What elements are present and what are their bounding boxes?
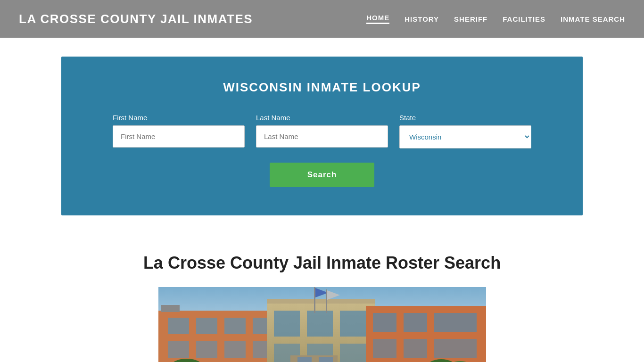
svg-rect-32 xyxy=(326,289,327,313)
search-button[interactable]: Search xyxy=(270,163,375,187)
main-nav: HOME HISTORY SHERIFF FACILITIES INMATE S… xyxy=(366,14,625,24)
nav-facilities[interactable]: FACILITIES xyxy=(503,15,545,23)
svg-rect-29 xyxy=(434,339,477,358)
nav-sheriff[interactable]: SHERIFF xyxy=(454,15,487,23)
building-image xyxy=(158,287,486,362)
state-label: State xyxy=(399,114,531,122)
site-title: LA CROSSE COUNTY JAIL INMATES xyxy=(19,12,253,26)
svg-rect-25 xyxy=(404,313,427,332)
svg-rect-6 xyxy=(196,318,217,334)
svg-rect-9 xyxy=(168,341,189,358)
svg-rect-41 xyxy=(319,357,333,362)
state-group: State WisconsinAlabamaAlaskaArizonaArkan… xyxy=(399,114,531,148)
first-name-group: First Name xyxy=(113,114,245,148)
building-svg xyxy=(158,287,486,362)
roster-title: La Crosse County Jail Inmate Roster Sear… xyxy=(61,253,583,273)
first-name-input[interactable] xyxy=(113,125,245,148)
svg-rect-30 xyxy=(314,287,315,313)
svg-rect-18 xyxy=(340,311,366,337)
nav-home[interactable]: HOME xyxy=(366,14,389,24)
svg-rect-17 xyxy=(307,311,333,337)
svg-rect-7 xyxy=(224,318,246,334)
nav-history[interactable]: HISTORY xyxy=(405,15,439,23)
svg-rect-27 xyxy=(373,339,396,358)
svg-rect-5 xyxy=(168,318,189,334)
svg-rect-21 xyxy=(340,344,366,362)
search-button-row: Search xyxy=(90,163,554,187)
site-header: LA CROSSE COUNTY JAIL INMATES HOME HISTO… xyxy=(0,0,644,38)
svg-rect-11 xyxy=(224,341,246,358)
svg-rect-14 xyxy=(161,305,180,312)
last-name-group: Last Name xyxy=(256,114,388,148)
svg-rect-40 xyxy=(297,357,312,362)
svg-rect-22 xyxy=(267,299,375,304)
svg-rect-28 xyxy=(404,339,427,358)
last-name-input[interactable] xyxy=(256,125,388,148)
svg-rect-10 xyxy=(196,341,217,358)
inmate-lookup-section: WISCONSIN INMATE LOOKUP First Name Last … xyxy=(61,57,583,215)
lookup-title: WISCONSIN INMATE LOOKUP xyxy=(90,80,554,95)
svg-rect-26 xyxy=(434,313,477,332)
svg-rect-24 xyxy=(373,313,396,332)
main-content: La Crosse County Jail Inmate Roster Sear… xyxy=(0,234,644,362)
svg-rect-16 xyxy=(274,311,300,337)
search-form-row: First Name Last Name State WisconsinAlab… xyxy=(90,114,554,148)
last-name-label: Last Name xyxy=(256,114,388,122)
state-select[interactable]: WisconsinAlabamaAlaskaArizonaArkansasCal… xyxy=(399,125,531,148)
first-name-label: First Name xyxy=(113,114,245,122)
nav-inmate-search[interactable]: INMATE SEARCH xyxy=(561,15,625,23)
